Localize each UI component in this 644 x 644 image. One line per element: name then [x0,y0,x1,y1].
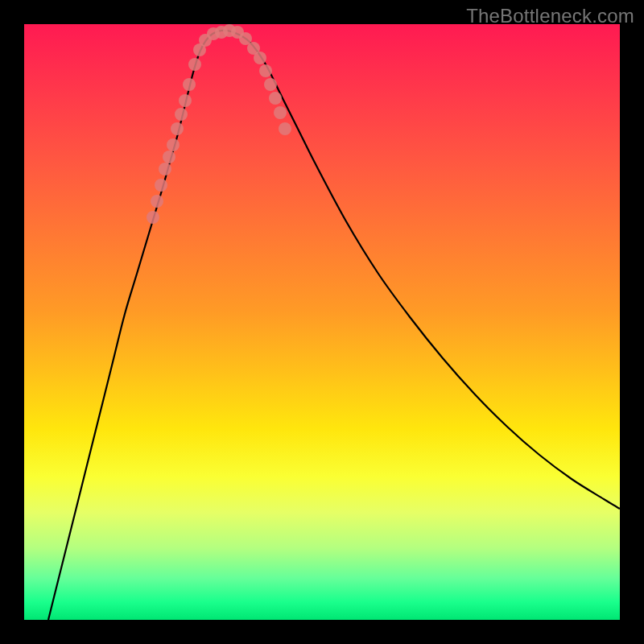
dot [151,195,163,208]
plot-area [24,24,620,620]
highlighted-dots-group [147,24,291,224]
dot [159,163,171,175]
dot [147,211,159,224]
chart-svg [24,24,620,620]
dot [155,179,167,192]
dot [179,94,192,107]
dot [259,64,272,77]
bottleneck-curve [48,31,620,620]
dot [183,78,196,91]
dot [264,78,277,91]
outer-frame: TheBottleneck.com [0,0,644,644]
dot [175,108,188,121]
watermark-text: TheBottleneck.com [466,5,634,27]
dot [274,106,287,119]
dot [269,92,282,105]
dot [163,151,175,163]
dot [279,122,291,135]
dot [188,58,201,71]
dot [254,52,266,64]
dot [167,138,180,151]
curve-group [48,31,620,620]
dot [171,122,184,135]
